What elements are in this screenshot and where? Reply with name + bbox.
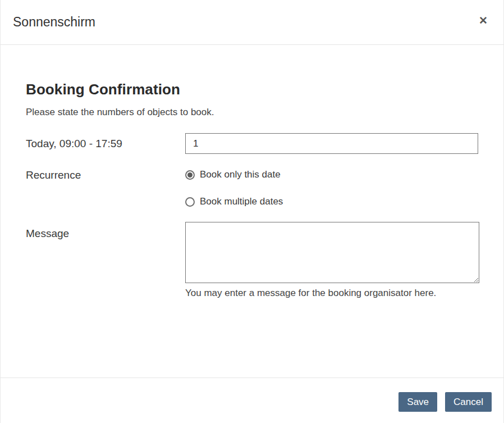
message-help-text: You may enter a message for the booking … xyxy=(185,288,479,299)
radio-single-date[interactable] xyxy=(185,170,195,180)
message-label: Message xyxy=(26,222,185,240)
close-icon[interactable]: ✕ xyxy=(475,13,491,28)
radio-option-single-date[interactable]: Book only this date xyxy=(185,169,283,180)
dialog-title: Sonnenschirm xyxy=(13,15,95,30)
message-textarea[interactable] xyxy=(185,222,479,283)
recurrence-row: Recurrence Book only this date Book mult… xyxy=(26,168,478,207)
booking-dialog: Sonnenschirm ✕ Booking Confirmation Plea… xyxy=(0,0,504,423)
radio-option-multiple-dates[interactable]: Book multiple dates xyxy=(185,196,283,207)
dialog-header: Sonnenschirm ✕ xyxy=(1,0,503,45)
message-row: Message You may enter a message for the … xyxy=(26,222,478,299)
radio-single-date-label: Book only this date xyxy=(200,169,281,180)
booking-form: Today, 09:00 - 17:59 Recurrence Book onl… xyxy=(26,133,478,299)
save-button[interactable]: Save xyxy=(398,392,437,412)
date-row: Today, 09:00 - 17:59 xyxy=(26,133,478,154)
page-title: Booking Confirmation xyxy=(26,81,478,98)
dialog-footer: Save Cancel xyxy=(1,377,503,423)
quantity-input[interactable] xyxy=(185,133,478,154)
radio-multiple-dates[interactable] xyxy=(185,197,195,207)
recurrence-radio-group: Book only this date Book multiple dates xyxy=(185,168,283,207)
recurrence-label: Recurrence xyxy=(26,168,185,181)
cancel-button[interactable]: Cancel xyxy=(445,392,492,412)
subtitle-text: Please state the numbers of objects to b… xyxy=(26,107,478,118)
radio-multiple-dates-label: Book multiple dates xyxy=(200,196,283,207)
date-label: Today, 09:00 - 17:59 xyxy=(26,138,185,150)
dialog-body: Booking Confirmation Please state the nu… xyxy=(1,45,503,377)
message-column: You may enter a message for the booking … xyxy=(185,222,479,299)
